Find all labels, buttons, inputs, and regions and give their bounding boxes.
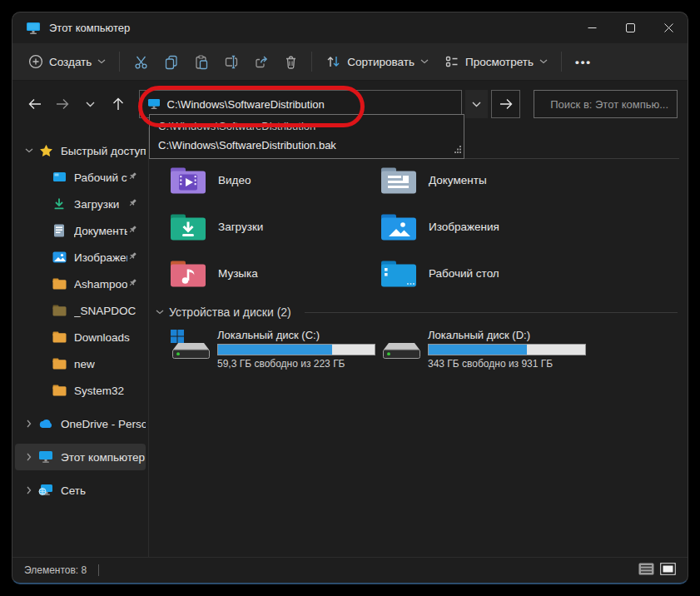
folder-tile-video[interactable]: Видео (169, 162, 380, 198)
pin-icon (127, 171, 139, 184)
content-pane: Видео Документы (149, 127, 688, 557)
sort-icon (325, 54, 341, 69)
paste-button[interactable] (186, 48, 216, 75)
folder-label: Рабочий стол (429, 267, 499, 280)
share-button[interactable] (246, 48, 276, 75)
more-options-icon: ••• (575, 56, 592, 68)
drive-tile-c[interactable]: Локальный диск (C:) 59,3 ГБ свободно из … (169, 329, 380, 370)
back-button[interactable] (22, 92, 47, 117)
plus-circle-icon (28, 54, 43, 69)
more-options-button[interactable]: ••• (568, 48, 599, 75)
resize-grip[interactable] (454, 142, 462, 156)
sort-button[interactable]: Сортировать (318, 48, 436, 75)
sidebar-item-label: Этот компьютер (61, 451, 145, 464)
drive-usage-bar (428, 344, 586, 355)
details-view-button[interactable] (638, 563, 654, 578)
up-button[interactable] (106, 92, 130, 117)
suggestion-item[interactable]: C:\Windows\SoftwareDistribution.bak (150, 136, 464, 155)
search-input[interactable]: Поиск в: Этот компью... (534, 90, 678, 118)
folder-tile-music[interactable]: Музыка (169, 256, 380, 291)
pin-icon (127, 251, 139, 264)
forward-button[interactable] (50, 92, 74, 117)
sidebar-item-system32[interactable]: System32 (15, 377, 146, 404)
sidebar-item-ashampoo[interactable]: Ashampoo Sna (15, 271, 146, 297)
folder-label: Изображения (429, 221, 499, 233)
folder-tile-desktop[interactable]: Рабочий стол (380, 256, 590, 291)
sidebar-item-label: Сеть (61, 484, 86, 497)
navigation-pane: Быстрый доступ Рабочий стол Загрузки (12, 127, 149, 557)
sidebar-item-quick-access[interactable]: Быстрый доступ (15, 137, 146, 164)
cut-button[interactable] (126, 48, 156, 75)
chevron-down-icon (420, 59, 429, 64)
drive-name: Локальный диск (C:) (217, 329, 375, 341)
hard-drive-d-icon (380, 329, 421, 362)
folder-icon (52, 330, 67, 345)
folder-icon (52, 383, 67, 398)
rename-button[interactable] (216, 48, 246, 75)
sidebar-item-network[interactable]: Сеть (15, 477, 146, 504)
sidebar-item-desktop[interactable]: Рабочий стол (15, 164, 146, 191)
view-label: Просмотреть (465, 56, 534, 68)
folder-icon (52, 356, 67, 371)
drive-name: Локальный диск (D:) (428, 329, 586, 341)
view-button[interactable]: Просмотреть (436, 48, 555, 75)
network-icon (38, 483, 53, 498)
drive-tile-d[interactable]: Локальный диск (D:) 343 ГБ свободно из 9… (380, 329, 590, 370)
chevron-right-icon[interactable] (20, 420, 38, 428)
folder-label: Загрузки (218, 221, 263, 233)
drives-grid: Локальный диск (C:) 59,3 ГБ свободно из … (169, 329, 688, 370)
folder-label: Документы (429, 174, 487, 186)
sidebar-item-snapdoc[interactable]: _SNAPDOC (15, 297, 146, 324)
create-button[interactable]: Создать (21, 48, 113, 75)
create-label: Создать (49, 56, 92, 68)
rename-icon (223, 54, 239, 70)
sidebar-item-documents[interactable]: Документы (15, 217, 146, 244)
folder-icon (52, 276, 67, 291)
chevron-right-icon[interactable] (20, 453, 38, 461)
toolbar-divider (311, 52, 312, 72)
sidebar-item-label: OneDrive - Personal (61, 418, 146, 430)
sidebar-item-label: new (74, 358, 95, 370)
go-button[interactable] (491, 90, 520, 118)
sidebar-item-this-pc[interactable]: Этот компьютер (15, 444, 146, 470)
toolbar-divider (561, 52, 562, 72)
folder-tile-pictures[interactable]: Изображения (380, 209, 590, 245)
desktop-icon (52, 170, 67, 185)
chevron-down-icon (156, 310, 164, 315)
sidebar-item-label: Документы (74, 225, 127, 237)
drive-free-space: 343 ГБ свободно из 931 ГБ (428, 358, 586, 370)
devices-section-header[interactable]: Устройства и диски (2) (156, 305, 678, 319)
address-dropdown-button[interactable] (465, 90, 488, 118)
command-bar: Создать (12, 43, 688, 81)
sidebar-item-label: Загрузки (74, 198, 119, 211)
music-folder-icon (169, 259, 207, 289)
sidebar-item-downloads-quick[interactable]: Загрузки (15, 191, 146, 217)
suggestion-item[interactable]: C:\Windows\SoftwareDistribution (150, 117, 464, 136)
drive-free-space: 59,3 ГБ свободно из 223 ГБ (217, 358, 375, 370)
copy-button[interactable] (156, 48, 186, 75)
computer-icon (38, 449, 53, 464)
folder-tile-downloads[interactable]: Загрузки (169, 209, 380, 245)
sidebar-item-onedrive[interactable]: OneDrive - Personal (15, 410, 146, 437)
toolbar-divider (119, 52, 120, 72)
pin-icon (127, 277, 139, 291)
folder-tile-documents[interactable]: Документы (380, 162, 590, 198)
sidebar-item-downloads-folder[interactable]: Downloads (15, 324, 146, 350)
downloads-folder-icon (169, 212, 207, 242)
chevron-down-icon[interactable] (20, 148, 38, 153)
status-bar: Элементов: 8 (12, 557, 688, 583)
delete-button[interactable] (276, 48, 305, 75)
sidebar-item-new[interactable]: new (15, 350, 146, 377)
download-icon (52, 196, 67, 211)
chevron-right-icon[interactable] (20, 486, 38, 494)
video-folder-icon (169, 166, 207, 196)
sidebar-item-label: _SNAPDOC (74, 305, 136, 317)
recent-locations-button[interactable] (78, 92, 102, 117)
trash-icon (283, 54, 299, 70)
maximize-button[interactable] (611, 12, 649, 43)
large-icons-view-button[interactable] (660, 563, 676, 578)
copy-icon (163, 54, 179, 70)
sidebar-item-pictures[interactable]: Изображения (15, 244, 146, 271)
minimize-button[interactable] (573, 12, 611, 43)
close-button[interactable] (649, 12, 688, 43)
